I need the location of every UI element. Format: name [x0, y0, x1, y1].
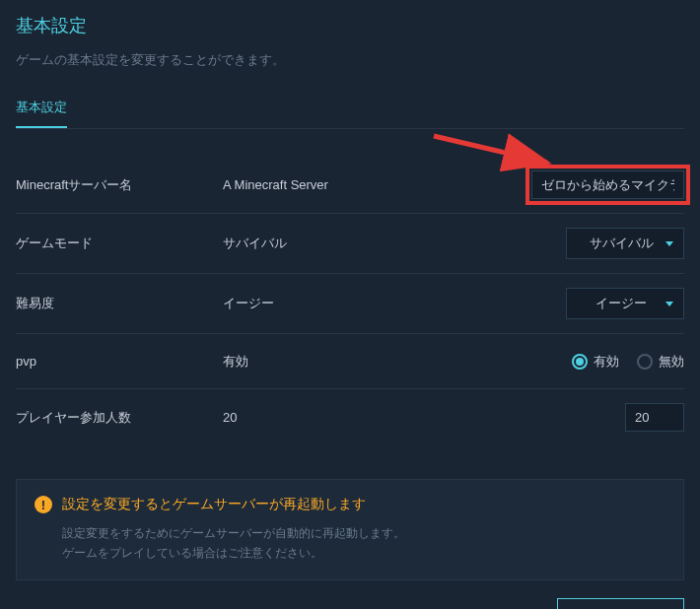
- player-count-input[interactable]: [625, 403, 684, 432]
- page-subtitle: ゲームの基本設定を変更することができます。: [16, 51, 684, 69]
- row-pvp: pvp 有効 有効 無効: [16, 334, 684, 389]
- value-player-count: 20: [223, 410, 625, 425]
- row-game-mode: ゲームモード サバイバル サバイバル: [16, 214, 684, 274]
- tab-basic-settings[interactable]: 基本設定: [16, 89, 67, 128]
- radio-label: 有効: [594, 353, 619, 371]
- row-server-name: Minecraftサーバー名 A Minecraft Server: [16, 157, 684, 214]
- label-game-mode: ゲームモード: [16, 235, 223, 252]
- warning-icon: !: [35, 496, 52, 513]
- value-difficulty: イージー: [223, 295, 566, 312]
- tabs-bar: 基本設定: [16, 89, 684, 129]
- chevron-down-icon: [665, 241, 673, 246]
- save-button[interactable]: 設定を変更する: [557, 598, 684, 609]
- label-pvp: pvp: [16, 354, 223, 369]
- row-difficulty: 難易度 イージー イージー: [16, 274, 684, 334]
- chevron-down-icon: [665, 302, 673, 306]
- row-player-count: プレイヤー参加人数 20: [16, 389, 684, 445]
- server-name-input[interactable]: [531, 170, 684, 199]
- difficulty-dropdown[interactable]: イージー: [566, 288, 684, 319]
- pvp-radio-disabled[interactable]: 無効: [637, 353, 684, 371]
- warning-line-2: ゲームをプレイしている場合はご注意ください。: [62, 543, 665, 563]
- radio-circle-icon: [572, 354, 588, 370]
- pvp-radio-group: 有効 無効: [572, 353, 684, 371]
- warning-title: 設定を変更するとゲームサーバーが再起動します: [62, 496, 366, 513]
- label-difficulty: 難易度: [16, 295, 223, 312]
- radio-label: 無効: [659, 353, 684, 371]
- warning-line-1: 設定変更をするためにゲームサーバーが自動的に再起動します。: [62, 523, 665, 543]
- dropdown-text: イージー: [577, 295, 665, 312]
- highlight-box: [525, 165, 690, 205]
- settings-body: Minecraftサーバー名 A Minecraft Server ゲームモード…: [16, 157, 684, 445]
- value-game-mode: サバイバル: [223, 235, 566, 252]
- pvp-radio-enabled[interactable]: 有効: [572, 353, 619, 371]
- label-server-name: Minecraftサーバー名: [16, 176, 223, 194]
- button-row: 設定を変更する: [16, 598, 684, 609]
- warning-box: ! 設定を変更するとゲームサーバーが再起動します 設定変更をするためにゲームサー…: [16, 479, 684, 580]
- value-pvp: 有効: [223, 353, 572, 371]
- label-player-count: プレイヤー参加人数: [16, 409, 223, 427]
- dropdown-text: サバイバル: [577, 235, 665, 252]
- value-server-name: A Minecraft Server: [223, 177, 531, 192]
- page-title: 基本設定: [16, 14, 684, 37]
- warning-body: 設定変更をするためにゲームサーバーが自動的に再起動します。 ゲームをプレイしてい…: [35, 523, 665, 564]
- radio-circle-icon: [637, 354, 653, 370]
- game-mode-dropdown[interactable]: サバイバル: [566, 228, 684, 259]
